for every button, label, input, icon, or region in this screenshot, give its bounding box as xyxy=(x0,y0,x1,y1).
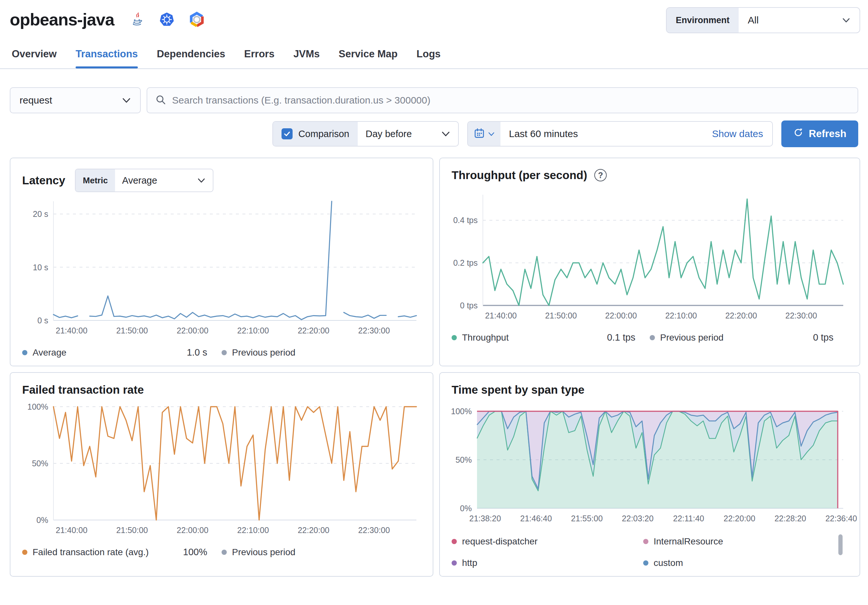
chevron-down-icon xyxy=(441,131,450,137)
legend-dot xyxy=(643,560,648,566)
svg-text:21:46:40: 21:46:40 xyxy=(520,514,552,523)
legend-value: 1.0 s xyxy=(187,347,207,358)
span-type-panel: Time spent by span type 0%50%100%21:38:2… xyxy=(439,372,860,577)
legend-label: Failed transaction rate (avg.) xyxy=(33,547,149,557)
svg-text:0 tps: 0 tps xyxy=(460,301,477,310)
legend-item[interactable]: Throughput0.1 tps xyxy=(452,332,650,343)
svg-text:22:00:00: 22:00:00 xyxy=(605,311,637,320)
svg-text:0.2 tps: 0.2 tps xyxy=(453,258,477,267)
transaction-type-select[interactable]: request xyxy=(10,87,141,113)
comparison-checkbox[interactable] xyxy=(282,128,293,139)
legend-value: 100% xyxy=(183,547,207,557)
svg-text:21:40:00: 21:40:00 xyxy=(485,311,517,320)
svg-text:10 s: 10 s xyxy=(33,263,48,272)
chevron-down-icon xyxy=(488,132,494,136)
legend-dot xyxy=(452,560,457,566)
environment-filter[interactable]: Environment All xyxy=(666,7,860,33)
svg-text:22:28:20: 22:28:20 xyxy=(775,514,806,523)
metric-select[interactable]: Average xyxy=(115,169,213,192)
legend-dot xyxy=(22,350,27,355)
svg-text:21:40:00: 21:40:00 xyxy=(56,526,87,535)
java-icon xyxy=(130,12,145,27)
legend-dot xyxy=(650,335,655,340)
search-placeholder: Search transactions (E.g. transaction.du… xyxy=(172,95,431,106)
search-transactions-input[interactable]: Search transactions (E.g. transaction.du… xyxy=(147,87,858,113)
legend-label: request-dispatcher xyxy=(462,536,538,547)
failed-rate-chart[interactable]: 0%50%100%21:40:0021:50:0022:00:0022:10:0… xyxy=(22,403,421,537)
tab-jvms[interactable]: JVMs xyxy=(293,48,319,68)
tab-service-map[interactable]: Service Map xyxy=(338,48,397,68)
span-type-legend: request-dispatcherInternalResourcehttpcu… xyxy=(452,536,848,568)
legend-scrollbar[interactable] xyxy=(839,534,843,555)
legend-dot xyxy=(452,539,457,544)
legend-item[interactable]: custom xyxy=(643,558,835,568)
legend-label: Previous period xyxy=(232,547,296,557)
throughput-chart[interactable]: 0 tps0.2 tps0.4 tps21:40:0021:50:0022:00… xyxy=(452,191,848,322)
latency-legend: Average1.0 sPrevious period xyxy=(22,347,421,358)
date-picker: Last 60 minutes Show dates xyxy=(467,121,773,147)
svg-text:22:00:00: 22:00:00 xyxy=(177,526,208,535)
legend-item[interactable]: Average1.0 s xyxy=(22,347,222,358)
svg-text:50%: 50% xyxy=(32,459,48,468)
legend-item[interactable]: InternalResource xyxy=(643,536,835,547)
service-header: opbeans-java xyxy=(10,0,858,29)
svg-text:22:20:00: 22:20:00 xyxy=(298,326,329,335)
legend-label: InternalResource xyxy=(654,536,723,547)
legend-dot xyxy=(222,550,227,555)
help-icon[interactable]: ? xyxy=(594,169,607,181)
failed-rate-legend: Failed transaction rate (avg.)100%Previo… xyxy=(22,547,421,557)
tab-dependencies[interactable]: Dependencies xyxy=(157,48,225,68)
failed-rate-panel: Failed transaction rate 0%50%100%21:40:0… xyxy=(10,372,433,577)
svg-text:22:30:00: 22:30:00 xyxy=(358,326,390,335)
legend-item[interactable]: Previous period xyxy=(222,547,421,557)
refresh-label: Refresh xyxy=(809,128,846,140)
throughput-title: Throughput (per second) xyxy=(452,169,587,182)
svg-text:50%: 50% xyxy=(456,455,472,464)
legend-item[interactable]: Failed transaction rate (avg.)100% xyxy=(22,547,222,557)
svg-text:22:03:20: 22:03:20 xyxy=(622,514,654,523)
legend-label: http xyxy=(462,558,477,568)
show-dates-link[interactable]: Show dates xyxy=(712,122,772,146)
svg-text:22:10:00: 22:10:00 xyxy=(237,326,269,335)
span-type-title: Time spent by span type xyxy=(452,383,584,396)
tab-errors[interactable]: Errors xyxy=(244,48,274,68)
tab-logs[interactable]: Logs xyxy=(416,48,440,68)
svg-text:100%: 100% xyxy=(451,407,472,416)
legend-value: 0 tps xyxy=(813,332,834,343)
refresh-icon xyxy=(793,127,803,140)
svg-text:20 s: 20 s xyxy=(33,209,48,218)
google-cloud-icon xyxy=(189,12,205,27)
throughput-panel: Throughput (per second) ? 0 tps0.2 tps0.… xyxy=(439,158,860,366)
comparison-select[interactable]: Day before xyxy=(358,122,458,146)
comparison-control: Comparison Day before xyxy=(273,121,459,147)
calendar-icon xyxy=(474,128,485,140)
legend-item[interactable]: Previous period0 tps xyxy=(650,332,848,343)
svg-text:21:50:00: 21:50:00 xyxy=(545,311,577,320)
environment-label: Environment xyxy=(666,8,739,32)
legend-item[interactable]: Previous period xyxy=(222,347,421,358)
span-type-chart[interactable]: 0%50%100%21:38:2021:46:4021:55:0022:03:2… xyxy=(452,407,848,525)
service-tech-icons xyxy=(130,12,205,27)
refresh-button[interactable]: Refresh xyxy=(781,121,858,147)
chevron-down-icon xyxy=(122,97,131,104)
svg-text:22:20:00: 22:20:00 xyxy=(725,311,757,320)
throughput-legend: Throughput0.1 tpsPrevious period0 tps xyxy=(452,332,848,343)
svg-text:22:30:00: 22:30:00 xyxy=(358,526,390,535)
chevron-down-icon xyxy=(842,17,850,23)
legend-item[interactable]: request-dispatcher xyxy=(452,536,643,547)
tab-overview[interactable]: Overview xyxy=(12,48,57,68)
failed-rate-title: Failed transaction rate xyxy=(22,383,144,396)
page-title: opbeans-java xyxy=(10,10,114,29)
latency-chart[interactable]: 0 s10 s20 s21:40:0021:50:0022:00:0022:10… xyxy=(22,197,421,337)
time-range-value[interactable]: Last 60 minutes xyxy=(501,122,712,146)
latency-metric-control: Metric Average xyxy=(75,169,214,192)
svg-text:0.4 tps: 0.4 tps xyxy=(453,215,477,225)
kubernetes-icon xyxy=(159,12,175,27)
svg-text:22:10:00: 22:10:00 xyxy=(665,311,697,320)
legend-item[interactable]: http xyxy=(452,558,643,568)
date-picker-calendar-button[interactable] xyxy=(468,122,501,146)
legend-value: 0.1 tps xyxy=(607,332,636,343)
svg-text:0 s: 0 s xyxy=(37,316,48,325)
svg-text:22:20:00: 22:20:00 xyxy=(298,526,329,535)
tab-transactions[interactable]: Transactions xyxy=(76,48,138,68)
